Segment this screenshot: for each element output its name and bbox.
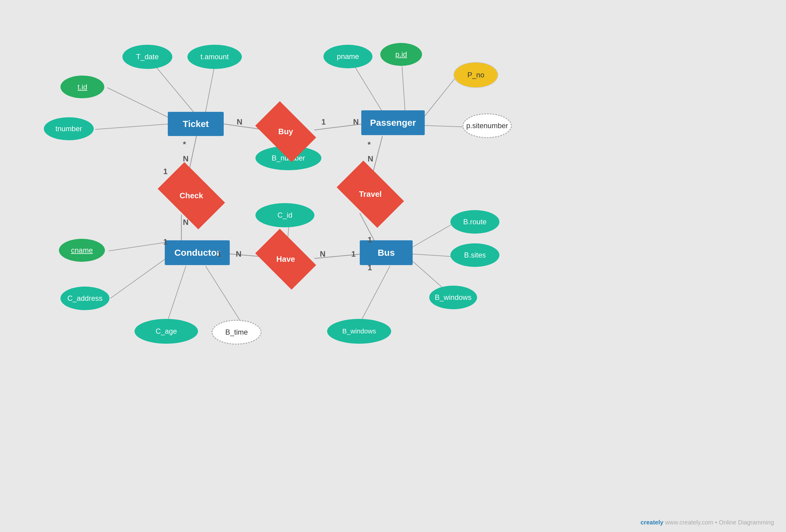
svg-line-25 <box>361 266 390 320</box>
cardinality-ticket-check-star: * <box>183 140 186 149</box>
attribute-cname: C_address <box>61 286 110 310</box>
attribute-b-windows: B_windows <box>327 319 391 344</box>
attribute-tnumber: tnumber <box>44 117 94 140</box>
svg-line-18 <box>109 242 169 251</box>
svg-line-10 <box>107 88 169 118</box>
cardinality-have-bus-1: 1 <box>351 249 355 259</box>
attribute-b-route: B.sites <box>450 243 500 267</box>
attribute-t-amount: t.amount <box>187 45 242 69</box>
cardinality-bus-bottom-1: 1 <box>368 263 372 272</box>
relationship-travel: Travel <box>342 175 399 213</box>
relationship-buy: Buy <box>260 114 311 149</box>
attribute-c-id: cname <box>59 239 105 262</box>
cardinality-buy-passenger-1: 1 <box>321 117 326 126</box>
attribute-b-sites: B_windows <box>429 286 477 309</box>
svg-line-15 <box>423 125 466 127</box>
relationship-have: Have <box>260 242 311 277</box>
watermark: creately www.creately.com • Online Diagr… <box>641 519 774 526</box>
svg-line-20 <box>168 266 186 320</box>
cardinality-passenger-travel-star: * <box>368 140 371 149</box>
cardinality-conductor-have-1: 1 <box>217 249 221 259</box>
cardinality-check-conductor-1b: 1 <box>163 237 167 247</box>
cardinality-have-bus-n: N <box>320 249 326 259</box>
attribute-p-no: P_no <box>454 62 498 88</box>
attribute-p-id: p.id <box>380 43 422 66</box>
svg-line-21 <box>206 266 241 322</box>
cardinality-buy-passenger-n: N <box>353 117 359 126</box>
attribute-t-id: t.id <box>61 75 104 98</box>
svg-line-22 <box>411 223 454 248</box>
diagram-canvas: Ticket Passenger Conductor Bus Buy Check… <box>0 0 786 532</box>
attribute-pname: pname <box>323 45 372 68</box>
svg-line-13 <box>402 67 405 112</box>
attribute-c-age: B_time <box>212 320 261 345</box>
attribute-b-number: C_id <box>255 203 315 227</box>
svg-line-14 <box>423 76 457 118</box>
cardinality-ticket-check-1: 1 <box>163 167 167 176</box>
attribute-t-date: T_date <box>122 45 172 69</box>
entity-passenger: Passenger <box>361 110 425 135</box>
svg-line-23 <box>411 254 454 257</box>
svg-line-11 <box>95 124 169 130</box>
attribute-p-age: p.sitenumber <box>463 113 512 138</box>
attribute-b-time: B.route <box>450 210 500 234</box>
entity-ticket: Ticket <box>168 112 224 136</box>
watermark-tagline: www.creately.com • Online Diagramming <box>665 519 774 526</box>
connections-svg <box>0 0 786 532</box>
cardinality-ticket-buy-n: N <box>237 117 242 126</box>
attribute-c-address: C_age <box>135 319 198 344</box>
svg-line-19 <box>110 254 172 298</box>
cardinality-travel-bus-1: 1 <box>368 235 372 245</box>
relationship-check: Check <box>163 177 220 215</box>
cardinality-conductor-have-n: N <box>236 249 241 259</box>
cardinality-passenger-travel-n: N <box>368 154 373 164</box>
